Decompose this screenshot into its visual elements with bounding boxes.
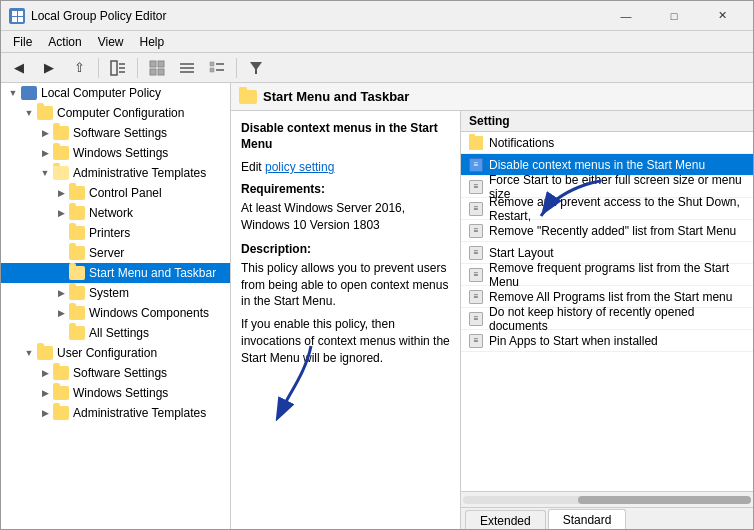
list-item-label: Remove and prevent access to the Shut Do… (489, 195, 745, 223)
tree-label: Administrative Templates (73, 406, 206, 420)
expand-icon: ▶ (53, 285, 69, 301)
svg-rect-4 (111, 61, 117, 75)
folder-icon (69, 226, 85, 240)
policy-icon: ≡ (469, 246, 483, 260)
expand-icon: ▼ (21, 345, 37, 361)
column-header-setting: Setting (469, 114, 510, 128)
policy-icon: ≡ (469, 224, 483, 238)
list-item-remove-prevent[interactable]: ≡ Remove and prevent access to the Shut … (461, 198, 753, 220)
tree-item-windows-settings-2[interactable]: ▶ Windows Settings (1, 383, 230, 403)
tree-item-network[interactable]: ▶ Network (1, 203, 230, 223)
tree-item-printers[interactable]: Printers (1, 223, 230, 243)
tree-label: Local Computer Policy (41, 86, 161, 100)
description-label: Description: (241, 242, 450, 256)
expand-icon: ▶ (37, 405, 53, 421)
forward-button[interactable]: ▶ (35, 55, 63, 81)
tree-item-control-panel[interactable]: ▶ Control Panel (1, 183, 230, 203)
tab-extended[interactable]: Extended (465, 510, 546, 530)
tree-item-server[interactable]: Server (1, 243, 230, 263)
menu-file[interactable]: File (5, 33, 40, 51)
toolbar-separator-2 (137, 58, 138, 78)
folder-icon (69, 186, 85, 200)
svg-rect-15 (210, 62, 214, 66)
tree-item-windows-settings-1[interactable]: ▶ Windows Settings (1, 143, 230, 163)
maximize-button[interactable]: □ (651, 1, 697, 31)
svg-rect-1 (18, 11, 23, 16)
edit-link-row: Edit policy setting (241, 160, 450, 174)
toolbar: ◀ ▶ ⇧ (1, 53, 753, 83)
computer-icon (21, 86, 37, 100)
view-list-button[interactable] (173, 55, 201, 81)
filter-button[interactable] (242, 55, 270, 81)
menu-view[interactable]: View (90, 33, 132, 51)
expand-icon (53, 225, 69, 241)
tree-label: Computer Configuration (57, 106, 184, 120)
tree-item-software-settings-2[interactable]: ▶ Software Settings (1, 363, 230, 383)
list-item-label: Do not keep history of recently opened d… (489, 305, 745, 333)
description-panel: Disable context menus in the Start Menu … (231, 111, 461, 530)
list-item-label: Remove frequent programs list from the S… (489, 261, 745, 289)
content-area: Disable context menus in the Start Menu … (231, 111, 753, 530)
window-title: Local Group Policy Editor (31, 9, 166, 23)
policy-link[interactable]: policy setting (265, 160, 334, 174)
policy-title: Disable context menus in the Start Menu (241, 121, 450, 152)
view-details-button[interactable] (203, 55, 231, 81)
list-item-label: Notifications (489, 136, 554, 150)
list-item-history[interactable]: ≡ Do not keep history of recently opened… (461, 308, 753, 330)
policy-icon: ≡ (469, 180, 483, 194)
view-icons-button[interactable] (143, 55, 171, 81)
menu-action[interactable]: Action (40, 33, 89, 51)
tree-item-computer-configuration[interactable]: ▼ Computer Configuration (1, 103, 230, 123)
tree-label: Administrative Templates (73, 166, 206, 180)
tree-label: System (89, 286, 129, 300)
folder-icon (69, 306, 85, 320)
description-text: This policy allows you to prevent users … (241, 260, 450, 310)
expand-icon: ▶ (53, 205, 69, 221)
expand-icon (53, 265, 69, 281)
tree-label: Software Settings (73, 366, 167, 380)
up-button[interactable]: ⇧ (65, 55, 93, 81)
tab-standard[interactable]: Standard (548, 509, 627, 530)
extra-text: If you enable this policy, then invocati… (241, 316, 450, 366)
main-container: ▼ Local Computer Policy ▼ Computer Confi… (1, 83, 753, 530)
expand-icon: ▶ (37, 365, 53, 381)
expand-icon: ▼ (5, 85, 21, 101)
list-item-remove-recently-added[interactable]: ≡ Remove "Recently added" list from Star… (461, 220, 753, 242)
list-item-label: Start Layout (489, 246, 554, 260)
tree-item-local-computer-policy[interactable]: ▼ Local Computer Policy (1, 83, 230, 103)
policy-icon: ≡ (469, 334, 483, 348)
tree-item-user-configuration[interactable]: ▼ User Configuration (1, 343, 230, 363)
window-controls: — □ ✕ (603, 1, 745, 31)
folder-icon (53, 386, 69, 400)
tree-item-administrative-templates-2[interactable]: ▶ Administrative Templates (1, 403, 230, 423)
horizontal-scrollbar[interactable] (461, 491, 753, 507)
list-item-remove-frequent[interactable]: ≡ Remove frequent programs list from the… (461, 264, 753, 286)
tree-item-all-settings[interactable]: All Settings (1, 323, 230, 343)
tree-item-software-settings-1[interactable]: ▶ Software Settings (1, 123, 230, 143)
requirements-text: At least Windows Server 2016, Windows 10… (241, 200, 450, 234)
list-item-notifications[interactable]: Notifications (461, 132, 753, 154)
tree-item-administrative-templates-1[interactable]: ▼ Administrative Templates (1, 163, 230, 183)
close-button[interactable]: ✕ (699, 1, 745, 31)
folder-icon (69, 206, 85, 220)
expand-icon (53, 325, 69, 341)
list-item-pin-apps[interactable]: ≡ Pin Apps to Start when installed (461, 330, 753, 352)
tree-item-system[interactable]: ▶ System (1, 283, 230, 303)
expand-icon: ▶ (53, 305, 69, 321)
minimize-button[interactable]: — (603, 1, 649, 31)
content-folder-icon (239, 90, 257, 104)
list-header: Setting (461, 111, 753, 132)
back-button[interactable]: ◀ (5, 55, 33, 81)
expand-icon: ▶ (37, 385, 53, 401)
svg-rect-9 (158, 61, 164, 67)
show-hide-action-pane-button[interactable] (104, 55, 132, 81)
svg-rect-2 (12, 17, 17, 22)
menu-bar: File Action View Help (1, 31, 753, 53)
menu-help[interactable]: Help (132, 33, 173, 51)
svg-rect-0 (12, 11, 17, 16)
svg-rect-10 (150, 69, 156, 75)
tree-item-start-menu-taskbar[interactable]: Start Menu and Taskbar (1, 263, 230, 283)
tree-item-windows-components[interactable]: ▶ Windows Components (1, 303, 230, 323)
policy-icon: ≡ (469, 290, 483, 304)
expand-icon: ▼ (21, 105, 37, 121)
